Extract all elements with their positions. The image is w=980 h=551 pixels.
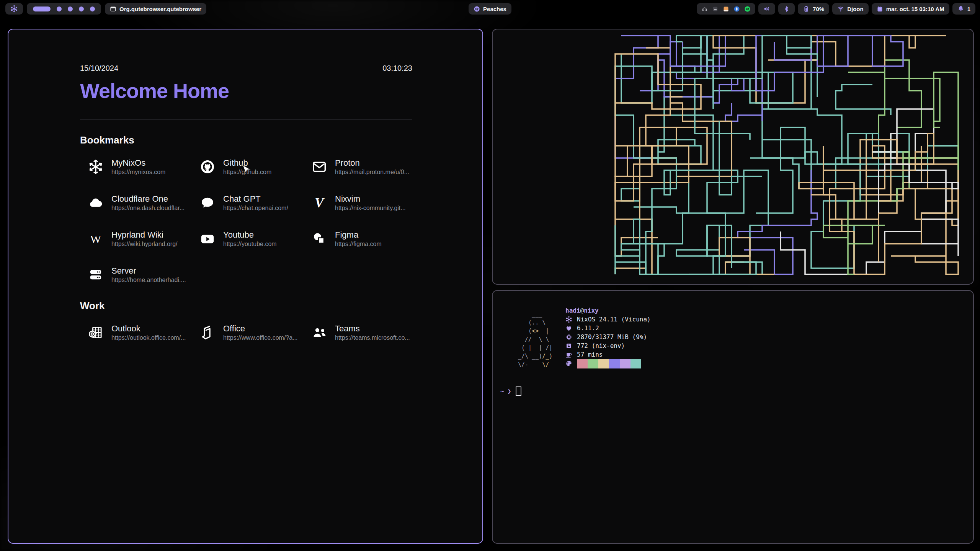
bookmark-text: Githubhttps://github.com (223, 158, 271, 176)
bookmark-chat-gpt[interactable]: Chat GPThttps://chat.openai.com/ (192, 192, 304, 214)
bookmark-grid: MyNixOshttps://mynixos.comGithubhttps://… (80, 156, 412, 285)
workspace-dot[interactable] (68, 7, 73, 11)
bookmark-url: https://www.office.com/?a... (223, 334, 297, 341)
workspace-dot[interactable] (90, 7, 95, 11)
notifications-pill[interactable]: 1 (952, 3, 975, 15)
bookmark-url: https://nix-community.git... (335, 205, 406, 212)
spotify-badge-tray-icon[interactable] (744, 6, 751, 12)
bookmark-text: Protonhttps://mail.proton.me/u/0... (335, 158, 409, 176)
terminal-color-palette (577, 359, 641, 368)
battery-pill[interactable]: 70% (798, 3, 829, 15)
bookmark-server[interactable]: Serverhttps://home.anotherhadi.... (80, 264, 192, 285)
fastfetch-row: 6.11.2 (565, 324, 651, 333)
startpage-sections: BookmarksMyNixOshttps://mynixos.comGithu… (80, 134, 412, 343)
bookmark-text: Cloudflare Onehttps://one.dash.cloudflar… (111, 194, 185, 212)
bookmark-label: Figma (335, 230, 382, 240)
network-pill[interactable]: Djoon (832, 3, 869, 15)
startpage-header: 15/10/2024 03:10:23 (80, 64, 412, 73)
bookmark-url: https://one.dash.cloudflar... (111, 205, 185, 212)
snowflake-icon (565, 316, 572, 323)
active-window-title-pill[interactable]: Org.qutebrowser.qutebrowser (105, 3, 206, 15)
prompt-cwd: ~ (500, 387, 504, 396)
bookmark-office[interactable]: Officehttps://www.office.com/?a... (192, 322, 304, 343)
snowflake-icon (88, 159, 104, 175)
clock-pill[interactable]: mar. oct. 15 03:10 AM (872, 3, 949, 15)
bookmark-text: Serverhttps://home.anotherhadi.... (111, 266, 186, 284)
bookmark-text: Hyprland Wikihttps://wiki.hyprland.org/ (111, 230, 178, 248)
bookmark-url: https://github.com (223, 169, 271, 176)
server-icon (88, 267, 104, 283)
bookmark-url: https://outlook.office.com/... (111, 334, 186, 341)
workspace-dot[interactable] (79, 7, 84, 11)
office-icon (199, 324, 216, 341)
startpage-time: 03:10:23 (382, 64, 412, 73)
pipes-screensaver (493, 29, 972, 282)
pipes-terminal-window (492, 29, 974, 285)
topbar-right-group: 70% Djoon mar. oct. 15 03:10 AM 1 (697, 3, 975, 15)
bookmark-label: Office (223, 324, 297, 333)
window-icon (110, 6, 116, 12)
startpage-date: 15/10/2024 (80, 64, 118, 73)
bookmark-cloudflare-one[interactable]: Cloudflare Onehttps://one.dash.cloudflar… (80, 192, 192, 214)
bookmark-nixvim[interactable]: VNixvimhttps://nix-community.git... (304, 192, 415, 214)
browser-window: 15/10/2024 03:10:23 Welcome Home Bookmar… (8, 29, 483, 544)
bookmark-label: MyNixOs (111, 158, 165, 168)
bluetooth-pill[interactable] (778, 3, 795, 15)
bluetooth-badge-tray-icon[interactable] (733, 6, 740, 12)
chip-icon (565, 334, 572, 341)
bookmark-label: Proton (335, 158, 409, 168)
workspace-active-pill[interactable] (33, 7, 51, 11)
bookmark-proton[interactable]: Protonhttps://mail.proton.me/u/0... (304, 156, 415, 178)
palette-swatch (620, 359, 630, 368)
bookmark-label: Nixvim (335, 194, 406, 204)
launcher-button[interactable] (5, 3, 23, 15)
app-window-tray-icon[interactable] (712, 6, 719, 12)
bookmark-figma[interactable]: Figmahttps://figma.com (304, 228, 415, 249)
bookmark-url: https://wiki.hyprland.org/ (111, 241, 178, 248)
fastfetch-value: NixOS 24.11 (Vicuna) (577, 315, 651, 324)
bookmark-grid: Outlookhttps://outlook.office.com/...Off… (80, 322, 412, 343)
bookmark-hyprland-wiki[interactable]: WHyprland Wikihttps://wiki.hyprland.org/ (80, 228, 192, 249)
palette-swatch (630, 359, 641, 368)
bookmark-github[interactable]: Githubhttps://github.com (192, 156, 304, 178)
network-name: Djoon (847, 6, 864, 12)
bookmark-url: https://teams.microsoft.co... (335, 334, 410, 341)
cloud-icon (88, 195, 104, 211)
workspace-dot[interactable] (57, 7, 62, 11)
bookmark-text: Figmahttps://figma.com (335, 230, 382, 248)
bookmark-outlook[interactable]: Outlookhttps://outlook.office.com/... (80, 322, 192, 343)
vim-v-icon: V (311, 195, 327, 211)
folder-app-tray-icon[interactable] (723, 6, 729, 12)
bookmark-label: Hyprland Wiki (111, 230, 178, 240)
cup-icon (565, 351, 572, 358)
media-player-pill[interactable]: Peaches (469, 3, 511, 15)
bookmark-text: MyNixOshttps://mynixos.com (111, 158, 165, 176)
shell-prompt[interactable]: ~ ❯ (500, 386, 521, 396)
github-icon (199, 159, 216, 175)
bookmark-label: Server (111, 266, 186, 276)
bookmark-url: https://mail.proton.me/u/0... (335, 169, 409, 176)
bookmark-url: https://chat.openai.com/ (223, 205, 288, 212)
bookmark-label: Chat GPT (223, 194, 288, 204)
notification-count: 1 (967, 6, 970, 12)
volume-pill[interactable] (758, 3, 775, 15)
bookmark-label: Github (223, 158, 271, 168)
startpage-content: 15/10/2024 03:10:23 Welcome Home Bookmar… (80, 64, 412, 343)
fastfetch-info: hadi@nixy NixOS 24.11 (Vicuna)6.11.22870… (565, 306, 651, 368)
bookmark-youtube[interactable]: Youtubehttps://youtube.com (192, 228, 304, 249)
nixos-logo-icon (10, 5, 18, 13)
bookmark-text: Teamshttps://teams.microsoft.co... (335, 324, 410, 341)
bookmark-mynixos[interactable]: MyNixOshttps://mynixos.com (80, 156, 192, 178)
section-heading-work: Work (80, 300, 412, 312)
workspaces-indicator[interactable] (27, 3, 101, 15)
bookmark-label: Teams (335, 324, 410, 333)
prompt-symbol: ❯ (508, 387, 511, 396)
fastfetch-username: hadi (565, 306, 580, 315)
active-window-title: Org.qutebrowser.qutebrowser (119, 6, 201, 12)
fastfetch-row: 57 mins (565, 350, 651, 359)
fastfetch-value: 57 mins (577, 350, 603, 359)
headphones-tray-icon[interactable] (701, 6, 708, 12)
palette-swatch (609, 359, 620, 368)
bookmark-teams[interactable]: Teamshttps://teams.microsoft.co... (304, 322, 415, 343)
battery-icon (803, 5, 810, 12)
